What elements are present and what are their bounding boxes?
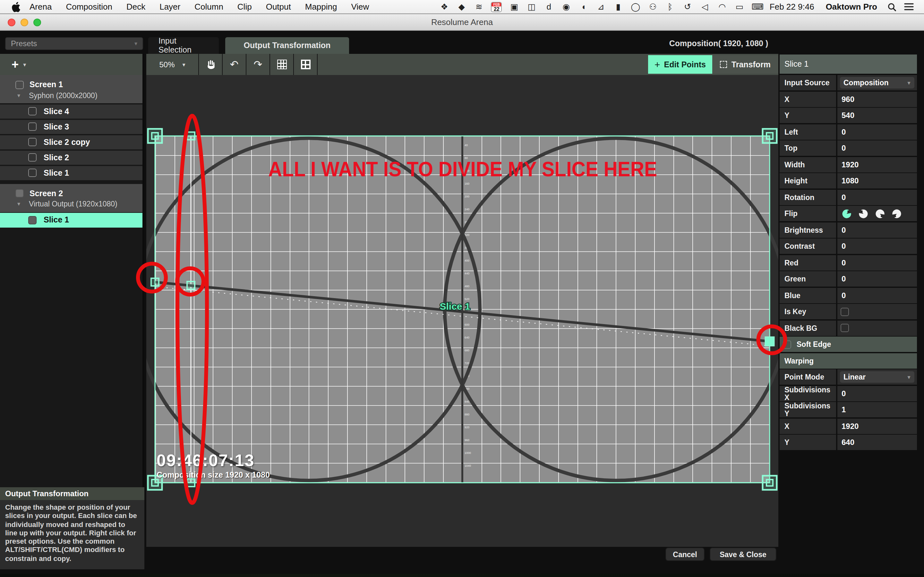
slice2copy-checkbox[interactable] (28, 138, 37, 147)
soft-edge-section[interactable]: Soft Edge (779, 337, 917, 352)
output-canvas[interactable]: 4080120160200240280320360400440480520560… (146, 75, 779, 547)
menu-item[interactable]: Output (266, 2, 291, 11)
flip-vertical-icon[interactable] (874, 208, 885, 219)
transform-button[interactable]: Transform (712, 55, 779, 74)
sidebar-item-slice3[interactable]: Slice 3 (0, 119, 142, 134)
apple-menu-icon[interactable] (11, 2, 21, 12)
display-icon[interactable]: ▣ (509, 2, 519, 11)
add-screen-button[interactable]: + (11, 58, 19, 71)
expand-caret-icon[interactable]: ▾ (17, 92, 24, 98)
menu-item[interactable]: Arena (29, 2, 52, 11)
bottom-subdivision-handle[interactable] (187, 479, 195, 487)
flip-horizontal-icon[interactable] (858, 208, 869, 219)
keyboard-icon[interactable]: ⌨ (752, 2, 762, 11)
warping-section-header[interactable]: Warping (779, 353, 917, 368)
menu-item[interactable]: Column (194, 2, 223, 11)
presets-dropdown[interactable]: Presets ▾ (5, 37, 143, 50)
undo-button[interactable]: ↶ (223, 54, 246, 75)
red-value[interactable]: 0 (842, 258, 846, 267)
edit-points-button[interactable]: + Edit Points (648, 55, 712, 74)
drive-icon[interactable]: ◆ (457, 2, 467, 11)
evernote-icon[interactable]: ◖ (578, 2, 589, 11)
slice1-screen2-checkbox[interactable] (28, 216, 37, 224)
y-value[interactable]: 540 (842, 111, 855, 120)
menu-item[interactable]: View (351, 2, 369, 11)
bluetooth-icon[interactable]: ᛒ (665, 2, 675, 11)
split-view-button[interactable] (294, 54, 318, 75)
point-mode-dropdown[interactable]: Linear ▾ (840, 371, 914, 383)
backup-icon[interactable]: ▮ (613, 2, 624, 11)
calendar-icon[interactable]: FEB 22 (491, 2, 502, 12)
volume-icon[interactable]: ◁ (700, 2, 710, 11)
top-value[interactable]: 0 (842, 143, 846, 153)
sidebar-item-slice1-screen2-selected[interactable]: Slice 1 (0, 213, 142, 227)
dropbox-icon[interactable]: ❖ (439, 2, 449, 11)
show-grid-button[interactable] (270, 54, 294, 75)
menu-item[interactable]: Mapping (305, 2, 337, 11)
zoom-level-dropdown[interactable]: 50% ▾ (146, 54, 199, 75)
close-button[interactable] (8, 19, 15, 26)
point-x-value[interactable]: 1920 (842, 422, 859, 430)
screen2-checkbox[interactable] (15, 189, 24, 197)
menubar-user[interactable]: Oaktown Pro (826, 2, 877, 11)
black-bg-checkbox[interactable] (840, 324, 849, 332)
time-machine-icon[interactable]: ↺ (682, 2, 693, 11)
slice4-checkbox[interactable] (28, 107, 37, 116)
menu-item[interactable]: Composition (66, 2, 112, 11)
menu-item[interactable]: Clip (237, 2, 252, 11)
soft-edge-checkbox[interactable] (782, 340, 791, 348)
flip-both-icon[interactable] (891, 208, 902, 219)
wifi-icon[interactable]: ◠ (717, 2, 727, 11)
minimize-button[interactable] (21, 19, 28, 26)
blue-value[interactable]: 0 (842, 291, 846, 300)
slice3-checkbox[interactable] (28, 123, 37, 131)
point-y-value[interactable]: 640 (842, 438, 855, 447)
expand-caret-icon[interactable]: ▾ (17, 201, 24, 207)
flip-none-icon[interactable] (841, 208, 852, 219)
is-key-checkbox[interactable] (840, 308, 849, 316)
save-close-button[interactable]: Save & Close (710, 548, 776, 561)
cancel-button[interactable]: Cancel (666, 548, 704, 561)
subdivisions-x-value[interactable]: 0 (842, 389, 846, 398)
binoculars-icon[interactable]: ⚇ (648, 2, 658, 11)
menu-item[interactable]: Layer (160, 2, 180, 11)
rotation-value[interactable]: 0 (842, 193, 846, 201)
height-value[interactable]: 1080 (842, 176, 859, 185)
docs-icon[interactable]: d (544, 2, 554, 11)
sidebar-item-slice2copy[interactable]: Slice 2 copy (0, 135, 142, 149)
screen1-checkbox[interactable] (15, 81, 24, 89)
input-source-dropdown[interactable]: Composition ▾ (840, 77, 914, 89)
slice2-checkbox[interactable] (28, 153, 37, 162)
top-subdivision-handle[interactable] (187, 132, 195, 140)
sync-icon[interactable]: ≋ (474, 2, 484, 11)
sidebar-item-slice4[interactable]: Slice 4 (0, 104, 142, 119)
sidebar-item-slice2[interactable]: Slice 2 (0, 150, 142, 165)
chat-icon[interactable]: ◯ (630, 2, 641, 11)
slice1-screen1-checkbox[interactable] (28, 169, 37, 177)
green-value[interactable]: 0 (842, 274, 846, 284)
contrast-value[interactable]: 0 (842, 242, 846, 251)
x-value[interactable]: 960 (842, 95, 855, 103)
corner-handle-br[interactable] (762, 476, 777, 490)
airplay-icon[interactable]: ⊿ (596, 2, 606, 11)
spotlight-search-icon[interactable] (887, 2, 897, 11)
brightness-value[interactable]: 0 (842, 226, 846, 234)
corner-handle-tl[interactable] (148, 129, 162, 143)
notification-center-icon[interactable] (904, 3, 914, 11)
window-manager-icon[interactable]: ◫ (527, 2, 537, 11)
screen-group-1[interactable]: Screen 1 ▾ Syphon (2000x2000) (0, 75, 142, 103)
sidebar-item-slice1-screen1[interactable]: Slice 1 (0, 166, 142, 180)
middle-subdivision-handle[interactable] (187, 282, 195, 289)
redo-button[interactable]: ↷ (246, 54, 270, 75)
screen-group-2[interactable]: Screen 2 ▾ Virtual Output (1920x1080) (0, 184, 142, 212)
corner-handle-tr[interactable] (762, 129, 777, 143)
menubar-clock[interactable]: Feb 22 9:46 (770, 2, 814, 11)
tab-output-transformation[interactable]: Output Transformation (225, 37, 349, 54)
subdivisions-y-value[interactable]: 1 (842, 405, 846, 414)
menu-item[interactable]: Deck (126, 2, 145, 11)
right-middle-handle-selected[interactable] (765, 337, 774, 346)
tab-input-selection[interactable]: Input Selection (148, 37, 219, 54)
battery-icon[interactable]: ▭ (734, 2, 745, 11)
left-middle-handle[interactable] (151, 278, 159, 286)
zoom-button[interactable] (33, 19, 41, 26)
